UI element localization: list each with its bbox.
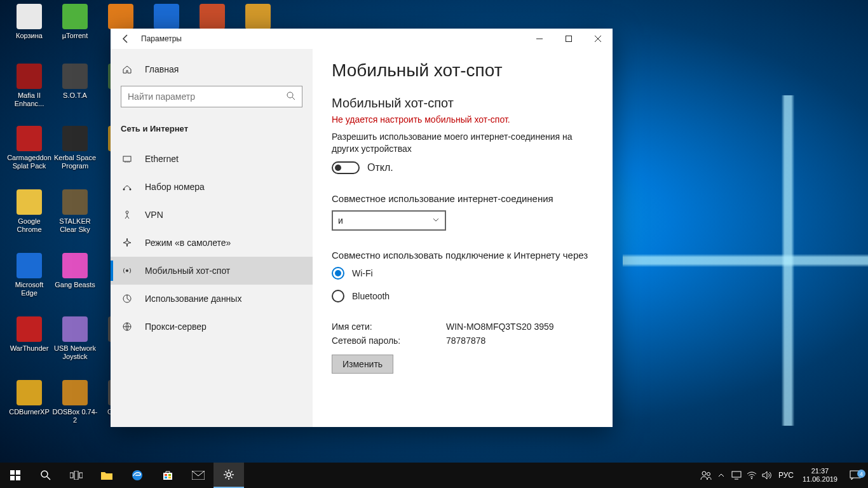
settings-taskbar-button[interactable] <box>214 463 244 488</box>
titlebar: Параметры <box>111 29 613 49</box>
svg-rect-12 <box>16 476 20 480</box>
svg-point-3 <box>123 189 125 191</box>
svg-rect-21 <box>165 477 167 478</box>
desktop-icon[interactable]: Microsoft Edge <box>6 253 52 297</box>
share-description: Разрешить использование моего интернет-с… <box>332 131 593 155</box>
svg-rect-20 <box>168 474 171 476</box>
radio-bluetooth[interactable]: Bluetooth <box>332 290 593 302</box>
sidebar-item-data[interactable]: Использование данных <box>111 285 313 313</box>
desktop-icon[interactable] <box>144 4 189 32</box>
search-icon <box>286 91 296 104</box>
page-heading: Мобильный хот-спот <box>332 60 593 81</box>
svg-point-13 <box>41 471 48 477</box>
edit-button[interactable]: Изменить <box>332 355 393 374</box>
svg-point-1 <box>287 92 293 98</box>
network-password-value: 78787878 <box>446 336 485 346</box>
network-name-label: Имя сети: <box>332 322 446 332</box>
sidebar-item-hotspot[interactable]: Мобильный хот-спот <box>111 257 313 285</box>
language-indicator[interactable]: РУС <box>775 471 797 480</box>
settings-window: Параметры Главная Сеть и Инте <box>111 29 613 427</box>
desktop-icon[interactable]: Google Chrome <box>6 189 52 234</box>
sidebar-item-vpn[interactable]: VPN <box>111 201 313 229</box>
share-from-value: и <box>338 215 343 226</box>
desktop-icon[interactable]: µTorrent <box>52 4 98 40</box>
sidebar-item-label: VPN <box>145 210 163 220</box>
radio-wifi[interactable]: Wi-Fi <box>332 267 593 280</box>
svg-rect-14 <box>70 473 73 478</box>
back-button[interactable] <box>111 29 141 49</box>
clock-date: 11.06.2019 <box>803 475 837 484</box>
svg-point-25 <box>702 471 706 475</box>
sidebar-item-dialup[interactable]: Набор номера <box>111 173 313 201</box>
store-button[interactable] <box>153 463 183 488</box>
hotspot-toggle[interactable] <box>332 161 360 174</box>
desktop-icon[interactable]: Carmageddon Splat Pack <box>6 126 52 170</box>
edge-button[interactable] <box>122 463 153 488</box>
desktop-icon[interactable]: Kerbal Space Program <box>52 126 98 170</box>
sidebar-item-proxy[interactable]: Прокси-сервер <box>111 313 313 341</box>
share-from-label: Совместное использование интернет-соедин… <box>332 193 593 204</box>
sidebar-item-label: Набор номера <box>145 182 205 192</box>
start-button[interactable] <box>0 463 31 488</box>
tray-chevron-icon[interactable] <box>714 463 729 488</box>
sidebar-item-label: Использование данных <box>145 294 241 304</box>
svg-rect-10 <box>16 470 20 475</box>
clock[interactable]: 21:37 11.06.2019 <box>797 467 843 484</box>
toggle-state-label: Откл. <box>367 162 393 173</box>
hotspot-icon <box>121 266 133 276</box>
people-icon[interactable] <box>698 463 714 488</box>
sidebar-item-label: Режим «в самолете» <box>145 238 231 248</box>
share-over-label: Совместно использовать подключение к Инт… <box>332 250 593 261</box>
svg-point-6 <box>126 269 128 272</box>
sidebar-item-airplane[interactable]: Режим «в самолете» <box>111 229 313 257</box>
section-heading: Мобильный хот-спот <box>332 96 593 111</box>
wifi-icon[interactable] <box>744 463 759 488</box>
svg-rect-15 <box>74 471 78 480</box>
desktop-icon[interactable]: Mafia II Enhanc... <box>6 64 52 108</box>
network-icon[interactable] <box>729 463 744 488</box>
sidebar-item-label: Прокси-сервер <box>145 322 207 332</box>
desktop-icon[interactable]: Gang Beasts <box>52 253 98 289</box>
search-input[interactable] <box>121 86 302 107</box>
task-view-button[interactable] <box>61 463 92 488</box>
sidebar-home[interactable]: Главная <box>111 55 313 83</box>
search-button[interactable] <box>31 463 61 488</box>
close-button[interactable] <box>583 29 613 49</box>
clock-time: 21:37 <box>803 467 837 475</box>
svg-rect-11 <box>10 476 15 480</box>
ethernet-icon <box>121 154 133 164</box>
desktop-icon[interactable] <box>235 4 281 32</box>
proxy-icon <box>121 322 133 332</box>
maximize-button[interactable] <box>554 29 583 49</box>
share-from-dropdown[interactable]: и <box>332 210 446 231</box>
network-name-value: WIN-MO8MFQ3TS20 3959 <box>446 322 554 332</box>
volume-icon[interactable] <box>759 463 775 488</box>
content-pane: Мобильный хот-спот Мобильный хот-спот Не… <box>313 49 613 427</box>
svg-point-24 <box>227 473 231 477</box>
action-center-button[interactable]: 4 <box>843 470 868 480</box>
sidebar-item-label: Ethernet <box>145 154 179 164</box>
desktop-icon[interactable] <box>189 4 235 32</box>
desktop-icon[interactable]: S.O.T.A <box>52 64 98 100</box>
desktop-icon[interactable]: Корзина <box>6 4 52 40</box>
error-text: Не удается настроить мобильный хот-спот. <box>332 114 593 125</box>
desktop-icon[interactable]: WarThunder <box>6 316 52 353</box>
svg-rect-2 <box>123 156 131 161</box>
chevron-down-icon <box>432 215 440 226</box>
svg-point-28 <box>751 478 752 479</box>
svg-point-5 <box>126 211 128 214</box>
mail-button[interactable] <box>183 463 214 488</box>
radio-bluetooth-label: Bluetooth <box>352 291 390 301</box>
svg-rect-22 <box>168 477 171 478</box>
sidebar-item-ethernet[interactable]: Ethernet <box>111 145 313 173</box>
svg-rect-18 <box>163 473 172 480</box>
file-explorer-button[interactable] <box>92 463 122 488</box>
radio-wifi-label: Wi-Fi <box>352 268 373 278</box>
svg-rect-19 <box>165 474 167 476</box>
desktop-icon[interactable]: DOSBox 0.74-2 <box>52 380 98 424</box>
desktop-icon[interactable]: USB Network Joystick <box>52 316 98 361</box>
desktop-icon[interactable]: STALKER Clear Sky <box>52 189 98 234</box>
minimize-button[interactable] <box>525 29 554 49</box>
svg-rect-16 <box>79 473 83 478</box>
desktop-icon[interactable]: CDBurnerXP <box>6 380 52 416</box>
